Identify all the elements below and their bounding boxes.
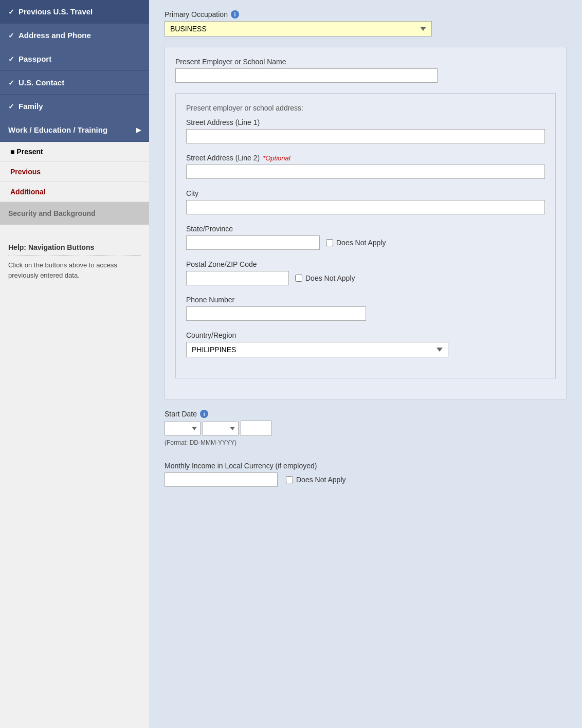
- country-label: Country/Region: [186, 331, 545, 339]
- monthly-income-label: Monthly Income in Local Currency (if emp…: [165, 462, 567, 470]
- checkmark-icon: ✓: [8, 31, 14, 40]
- postal-group: Postal Zone/ZIP Code Does Not Apply: [186, 260, 545, 285]
- monthly-income-dna-checkbox[interactable]: [286, 476, 293, 483]
- state-label: State/Province: [186, 225, 545, 233]
- primary-occupation-info-icon[interactable]: i: [231, 10, 239, 19]
- sidebar-item-label: Family: [19, 102, 43, 111]
- postal-dna-label[interactable]: Does Not Apply: [295, 274, 355, 282]
- sidebar-sub-item-previous[interactable]: Previous: [0, 162, 149, 182]
- phone-group: Phone Number: [186, 296, 545, 321]
- state-group: State/Province Does Not Apply: [186, 225, 545, 250]
- primary-occupation-select[interactable]: BUSINESS STUDENT UNEMPLOYED RETIRED OTHE…: [165, 21, 432, 37]
- date-format-hint: (Format: DD-MMM-YYYY): [165, 439, 567, 446]
- state-dna-checkbox[interactable]: [326, 239, 333, 246]
- employer-name-input[interactable]: [175, 68, 438, 83]
- sidebar-item-prev-us-travel[interactable]: ✓ Previous U.S. Travel: [0, 0, 149, 24]
- postal-input[interactable]: [186, 271, 289, 285]
- sidebar-item-label: Previous U.S. Travel: [19, 7, 93, 16]
- sidebar-item-family[interactable]: ✓ Family: [0, 95, 149, 118]
- monthly-income-dna-label[interactable]: Does Not Apply: [286, 476, 346, 484]
- country-select[interactable]: PHILIPPINES UNITED STATES CANADA AUSTRAL…: [186, 342, 448, 357]
- city-group: City: [186, 189, 545, 214]
- employer-section: Present Employer or School Name Present …: [165, 47, 567, 399]
- sidebar-sub-items: Present Previous Additional: [0, 142, 149, 202]
- city-label: City: [186, 189, 545, 197]
- postal-label: Postal Zone/ZIP Code: [186, 260, 545, 268]
- state-inline: Does Not Apply: [186, 235, 545, 250]
- sidebar-item-security[interactable]: Security and Background: [0, 202, 149, 225]
- start-date-group: Start Date i 0102030405 0607080910 11121…: [165, 410, 567, 446]
- street2-label: Street Address (Line 2) *Optional: [186, 154, 545, 162]
- monthly-income-input[interactable]: [165, 472, 278, 487]
- checkmark-icon: ✓: [8, 55, 14, 63]
- start-date-year-input[interactable]: [241, 421, 271, 436]
- help-text: Click on the buttons above to access pre…: [8, 260, 141, 280]
- sidebar-item-label: U.S. Contact: [19, 78, 64, 87]
- arrow-right-icon: ▶: [136, 126, 141, 134]
- sidebar-item-work-edu[interactable]: Work / Education / Training ▶: [0, 118, 149, 142]
- employer-name-label: Present Employer or School Name: [175, 58, 556, 66]
- help-divider: [8, 256, 141, 256]
- street2-input[interactable]: [186, 165, 545, 179]
- sidebar: ✓ Previous U.S. Travel ✓ Address and Pho…: [0, 0, 149, 728]
- sidebar-item-label: Security and Background: [8, 209, 96, 217]
- monthly-income-row: Does Not Apply: [165, 472, 567, 487]
- checkmark-icon: ✓: [8, 102, 14, 111]
- sidebar-item-us-contact[interactable]: ✓ U.S. Contact: [0, 71, 149, 95]
- address-section-label: Present employer or school address:: [186, 104, 545, 112]
- start-date-month-select[interactable]: JANFEBMARAPR MAYJUNJULAUG SEPOCTNOVDEC: [203, 422, 239, 435]
- city-input[interactable]: [186, 200, 545, 214]
- street1-label: Street Address (Line 1): [186, 118, 545, 126]
- start-date-info-icon[interactable]: i: [200, 410, 208, 418]
- sidebar-sub-item-present[interactable]: Present: [0, 142, 149, 162]
- postal-inline: Does Not Apply: [186, 271, 545, 285]
- sidebar-item-address-phone[interactable]: ✓ Address and Phone: [0, 24, 149, 47]
- postal-dna-checkbox[interactable]: [295, 275, 302, 282]
- help-heading: Help: Navigation Buttons: [8, 243, 141, 251]
- main-content: Primary Occupation i BUSINESS STUDENT UN…: [149, 0, 582, 728]
- sidebar-help: Help: Navigation Buttons Click on the bu…: [0, 235, 149, 288]
- primary-occupation-group: Primary Occupation i BUSINESS STUDENT UN…: [165, 10, 567, 37]
- help-title: Help: Navigation Buttons: [8, 243, 94, 251]
- phone-input[interactable]: [186, 306, 366, 321]
- start-date-label: Start Date i: [165, 410, 567, 418]
- country-group: Country/Region PHILIPPINES UNITED STATES…: [186, 331, 545, 357]
- sidebar-item-label: Address and Phone: [19, 31, 91, 40]
- state-dna-label[interactable]: Does Not Apply: [326, 239, 386, 247]
- street1-input[interactable]: [186, 129, 545, 143]
- sidebar-item-label: Passport: [19, 54, 51, 63]
- monthly-income-group: Monthly Income in Local Currency (if emp…: [165, 462, 567, 487]
- sidebar-item-label: Work / Education / Training: [8, 125, 107, 134]
- street2-optional-label: *Optional: [263, 154, 290, 162]
- address-box: Present employer or school address: Stre…: [175, 93, 556, 378]
- employer-name-group: Present Employer or School Name: [175, 58, 556, 83]
- street2-group: Street Address (Line 2) *Optional: [186, 154, 545, 179]
- checkmark-icon: ✓: [8, 79, 14, 87]
- sidebar-sub-item-additional[interactable]: Additional: [0, 182, 149, 202]
- checkmark-icon: ✓: [8, 8, 14, 16]
- state-input[interactable]: [186, 235, 320, 250]
- start-date-row: 0102030405 0607080910 1112131415 1617181…: [165, 421, 567, 436]
- street1-group: Street Address (Line 1): [186, 118, 545, 143]
- sidebar-sub-label: Previous: [10, 168, 41, 176]
- primary-occupation-label: Primary Occupation i: [165, 10, 567, 19]
- sidebar-sub-label: Present: [16, 148, 43, 156]
- phone-label: Phone Number: [186, 296, 545, 304]
- sidebar-item-passport[interactable]: ✓ Passport: [0, 47, 149, 71]
- sidebar-sub-label: Additional: [10, 188, 45, 196]
- start-date-day-select[interactable]: 0102030405 0607080910 1112131415 1617181…: [165, 422, 201, 435]
